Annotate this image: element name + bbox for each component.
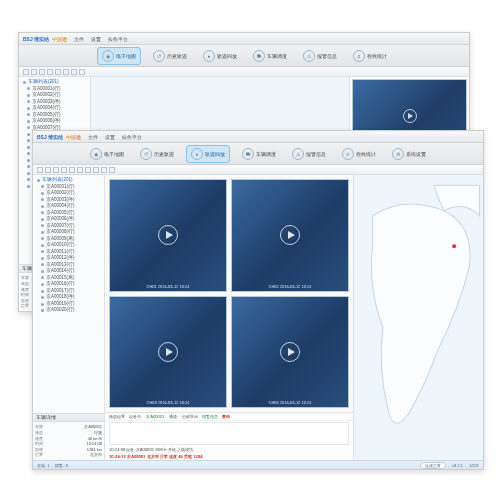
ribbon-monitor[interactable]: ◉电子地图 — [86, 146, 128, 162]
tool-icon[interactable] — [93, 167, 99, 173]
gear-icon: ⚙ — [392, 148, 404, 160]
detail-row: 位置北京市 — [35, 452, 102, 458]
play-icon — [280, 225, 300, 245]
ribbon-stat[interactable]: ≡在线统计 — [338, 146, 380, 162]
ch-label: 通道: — [169, 414, 178, 419]
video-tile[interactable]: CH03 2016-03-12 10:24 — [109, 296, 227, 409]
ribbon-alarm[interactable]: ⚠报警信息 — [288, 146, 330, 162]
play-icon — [158, 342, 178, 362]
ribbon-dispatch[interactable]: ⛟车辆调度 — [238, 146, 280, 162]
log-area[interactable] — [109, 422, 349, 445]
filter-header: 播放设置 — [109, 414, 125, 419]
tool-icon[interactable] — [45, 167, 51, 173]
toolbar — [19, 67, 469, 77]
route-icon: ↺ — [140, 148, 152, 160]
chart-icon: ≡ — [342, 148, 354, 160]
truck-icon: ⛟ — [242, 148, 254, 160]
video-tile[interactable]: CH02 2016-03-12 10:24 — [231, 179, 349, 292]
titlebar[interactable]: BSJ 博实结 中国通 文件 设置 操作平台 — [19, 33, 469, 45]
video-grid: CH01 2016-03-12 10:24CH02 2016-03-12 10:… — [105, 175, 353, 412]
menu-file[interactable]: 文件 — [88, 134, 98, 140]
ribbon-video[interactable]: ▸轨迹回放 — [186, 145, 230, 163]
bell-icon: ⚠ — [303, 50, 315, 62]
play-icon: ▸ — [191, 148, 203, 160]
ribbon-history[interactable]: ↺历史轨迹 — [149, 48, 191, 64]
truck-icon: ⛟ — [253, 50, 265, 62]
status-alarm: 报警: 0 — [55, 463, 67, 468]
ribbon-history[interactable]: ↺历史轨迹 — [136, 146, 178, 162]
detail-header: 车辆详情 — [33, 413, 104, 422]
play-icon — [403, 109, 417, 123]
dev-label: 设备号: — [129, 414, 142, 419]
ribbon: ◉电子地图 ↺历史轨迹 ▸轨迹回放 ⛟车辆调度 ⚠报警信息 ≡在线统计 — [19, 45, 469, 67]
tool-icon[interactable] — [63, 69, 69, 75]
tool-icon[interactable] — [79, 69, 85, 75]
tree-item[interactable]: 京A00020(行) — [35, 307, 102, 314]
menu-file[interactable]: 文件 — [74, 36, 84, 42]
menu-setting[interactable]: 设置 — [91, 36, 101, 42]
dev-value[interactable]: 京A00001 — [146, 414, 164, 419]
log-line: 10:24:08 设备 京A00001 SIM卡 开机 上线成功 — [109, 447, 193, 452]
status-count: 1/201 — [469, 463, 479, 468]
brand: BSJ 博实结 — [23, 36, 49, 42]
ribbon-video[interactable]: ▸轨迹回放 — [199, 48, 241, 64]
tool-icon[interactable] — [23, 69, 29, 75]
tool-icon[interactable] — [37, 167, 43, 173]
tool-icon[interactable] — [47, 69, 53, 75]
play-icon — [158, 225, 178, 245]
toolbar — [33, 165, 483, 175]
status-version: v3.2.1 — [452, 463, 463, 468]
detail-table: 车牌京A00001状态行驶速度46 km/h时间10:24:08里程1284 k… — [33, 422, 104, 460]
video-tile[interactable]: CH01 2016-03-12 10:24 — [109, 179, 227, 292]
play-icon — [280, 342, 300, 362]
window-front: BSJ 博实结 中国通 文件 设置 操作平台 ◉电子地图 ↺历史轨迹 ▸轨迹回放… — [32, 130, 484, 470]
query-button[interactable]: 查询 — [222, 414, 230, 419]
menu-setting[interactable]: 设置 — [105, 134, 115, 140]
video-info: CH02 2016-03-12 10:24 — [232, 284, 348, 289]
route-icon: ↺ — [153, 50, 165, 62]
ribbon-sys[interactable]: ⚙系统设置 — [388, 146, 430, 162]
menu-platform[interactable]: 操作平台 — [122, 134, 142, 140]
video-info: CH04 2016-03-12 10:24 — [232, 400, 348, 405]
tool-icon[interactable] — [101, 167, 107, 173]
tool-icon[interactable] — [77, 167, 83, 173]
sidebar: 车辆列表(201)京A00001(行)京A00002(行)京A00003(停)京… — [33, 175, 105, 460]
tool-icon[interactable] — [53, 167, 59, 173]
tool-icon[interactable] — [69, 167, 75, 173]
vehicle-tree[interactable]: 车辆列表(201)京A00001(行)京A00002(行)京A00003(停)京… — [33, 175, 104, 413]
log-line-alert: 10:24:12 京A00001 北京市 正常 速度 46 里程 1284 — [109, 454, 203, 459]
brand-suffix: 中国通 — [52, 36, 67, 42]
tool-icon[interactable] — [39, 69, 45, 75]
tool-icon[interactable] — [85, 167, 91, 173]
tool-icon[interactable] — [71, 69, 77, 75]
status-conn: 连接正常 — [420, 462, 446, 469]
opt-alarm[interactable]: 报警信息 — [202, 414, 218, 419]
bell-icon: ⚠ — [292, 148, 304, 160]
tool-icon[interactable] — [61, 167, 67, 173]
ribbon-alarm[interactable]: ⚠报警信息 — [299, 48, 341, 64]
world-map[interactable] — [353, 175, 483, 460]
tool-icon[interactable] — [31, 69, 37, 75]
ribbon-dispatch[interactable]: ⛟车辆调度 — [249, 48, 291, 64]
brand: BSJ 博实结 — [37, 134, 63, 140]
video-tile[interactable]: CH04 2016-03-12 10:24 — [231, 296, 349, 409]
chart-icon: ≡ — [353, 50, 365, 62]
menu-platform[interactable]: 操作平台 — [108, 36, 128, 42]
tool-icon[interactable] — [109, 167, 115, 173]
ribbon: ◉电子地图 ↺历史轨迹 ▸轨迹回放 ⛟车辆调度 ⚠报警信息 ≡在线统计 ⚙系统设… — [33, 143, 483, 165]
play-icon: ▸ — [203, 50, 215, 62]
bottom-panel: 播放设置 设备号: 京A00001 通道: 全部显示 报警信息 查询 10:24… — [105, 412, 353, 460]
globe-icon: ◉ — [102, 50, 114, 62]
video-info: CH01 2016-03-12 10:24 — [110, 284, 226, 289]
brand-suffix: 中国通 — [66, 134, 81, 140]
titlebar[interactable]: BSJ 博实结 中国通 文件 设置 操作平台 — [33, 131, 483, 143]
opt-all[interactable]: 全部显示 — [182, 414, 198, 419]
tool-icon[interactable] — [55, 69, 61, 75]
status-online: 在线: 1 — [37, 463, 49, 468]
ribbon-monitor[interactable]: ◉电子地图 — [97, 47, 141, 65]
statusbar: 在线: 1 报警: 0 连接正常 v3.2.1 1/201 — [33, 460, 483, 469]
video-info: CH03 2016-03-12 10:24 — [110, 400, 226, 405]
globe-icon: ◉ — [90, 148, 102, 160]
svg-point-3 — [452, 244, 456, 248]
ribbon-stat[interactable]: ≡在线统计 — [349, 48, 391, 64]
